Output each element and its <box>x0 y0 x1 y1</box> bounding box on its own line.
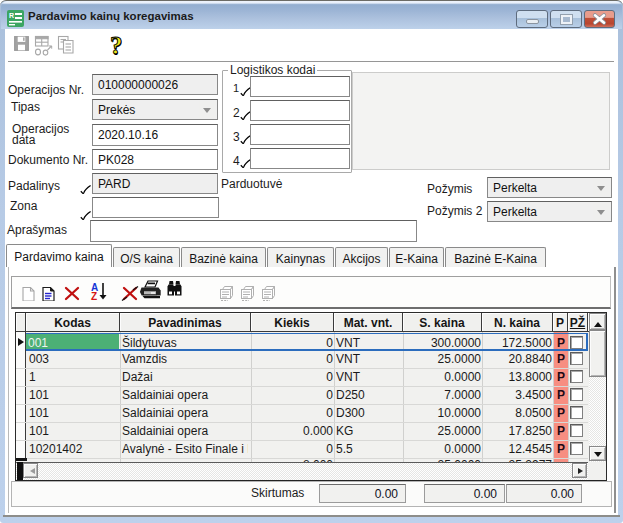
svg-text:?: ? <box>110 34 123 57</box>
svg-text:R: R <box>9 12 14 19</box>
svg-text:Z: Z <box>91 291 97 302</box>
